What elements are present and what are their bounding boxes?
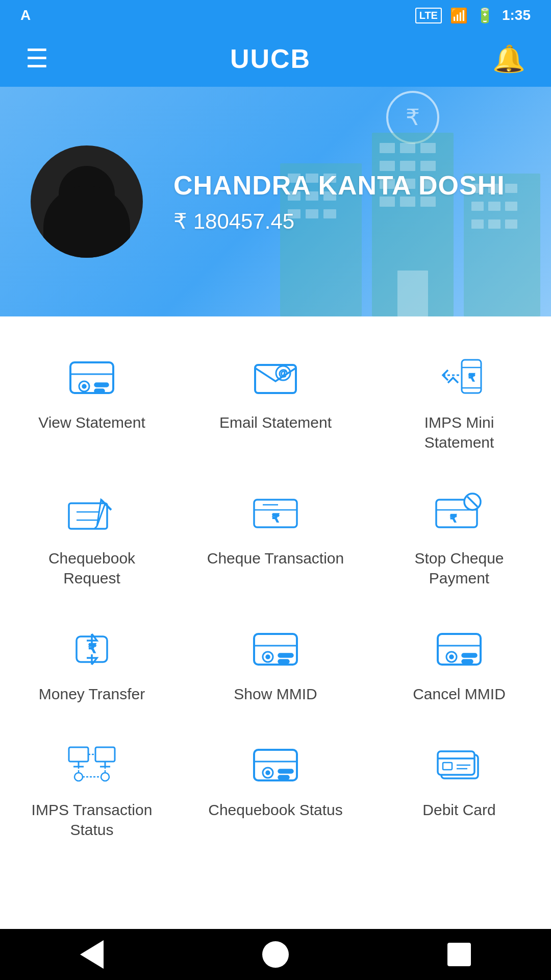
- recents-square-icon: [447, 943, 471, 966]
- stop-cheque-payment-label: Stop Cheque Payment: [388, 548, 531, 588]
- svg-rect-15: [397, 271, 428, 316]
- svg-rect-93: [254, 750, 297, 780]
- imps-mini-statement-label: IMPS Mini Statement: [388, 412, 531, 452]
- user-name: CHANDRA KANTA DOSHI: [173, 170, 505, 201]
- status-bar-left-indicator: A: [20, 7, 31, 23]
- svg-point-78: [449, 655, 454, 659]
- svg-text:₹: ₹: [406, 105, 420, 130]
- email-statement-button[interactable]: @ Email Statement: [184, 332, 367, 468]
- svg-rect-4: [400, 143, 415, 153]
- email-statement-icon: @: [245, 352, 306, 403]
- svg-text:₹: ₹: [272, 512, 280, 525]
- cheque-transaction-icon: ₹: [245, 488, 306, 539]
- view-statement-label: View Statement: [38, 412, 145, 432]
- chequebook-status-button[interactable]: Chequebook Status: [184, 719, 367, 855]
- svg-rect-41: [94, 389, 105, 393]
- svg-point-88: [74, 773, 83, 781]
- recents-button[interactable]: [439, 934, 480, 975]
- debit-card-label: Debit Card: [422, 800, 495, 820]
- cheque-transaction-label: Cheque Transaction: [207, 548, 344, 568]
- hamburger-menu-icon[interactable]: ☰: [26, 46, 48, 71]
- signal-icon: 📶: [450, 7, 468, 24]
- svg-rect-73: [278, 653, 293, 657]
- svg-point-72: [266, 655, 270, 659]
- svg-rect-35: [505, 219, 517, 229]
- show-mmid-button[interactable]: Show MMID: [184, 603, 367, 719]
- chequebook-request-button[interactable]: Chequebook Request: [0, 468, 184, 603]
- stop-cheque-payment-icon: ₹: [429, 488, 490, 539]
- lte-indicator: LTE: [415, 8, 442, 23]
- email-statement-label: Email Statement: [219, 412, 332, 432]
- money-transfer-icon: ₹: [61, 624, 122, 675]
- debit-card-button[interactable]: Debit Card: [367, 719, 551, 855]
- svg-text:₹: ₹: [450, 513, 457, 524]
- svg-point-89: [101, 773, 109, 781]
- svg-rect-40: [94, 383, 109, 387]
- svg-rect-75: [438, 634, 481, 665]
- chequebook-request-label: Chequebook Request: [20, 548, 163, 588]
- svg-rect-69: [254, 634, 297, 665]
- svg-rect-36: [70, 362, 113, 393]
- imps-mini-statement-button[interactable]: ₹ IMPS Mini Statement: [367, 332, 551, 468]
- imps-transaction-status-label: IMPS Transaction Status: [20, 800, 163, 840]
- back-button[interactable]: [71, 934, 112, 975]
- svg-text:@: @: [279, 368, 288, 378]
- cancel-mmid-label: Cancel MMID: [413, 684, 506, 704]
- cancel-mmid-icon: [429, 624, 490, 675]
- svg-point-96: [266, 771, 270, 775]
- app-title: UUCB: [230, 43, 311, 74]
- chequebook-status-icon: [245, 740, 306, 791]
- menu-grid: View Statement @ Email Statement: [0, 316, 551, 870]
- svg-rect-81: [69, 747, 88, 762]
- view-statement-icon: [61, 352, 122, 403]
- bottom-nav-bar: [0, 929, 551, 980]
- debit-card-icon: [429, 740, 490, 791]
- svg-rect-97: [278, 769, 293, 773]
- battery-icon: 🔋: [476, 7, 494, 24]
- show-mmid-icon: [245, 624, 306, 675]
- home-button[interactable]: [255, 934, 296, 975]
- chequebook-status-label: Chequebook Status: [208, 800, 343, 820]
- notification-bell-icon[interactable]: 🔔: [492, 43, 525, 75]
- svg-text:₹: ₹: [88, 642, 96, 655]
- svg-rect-74: [278, 659, 289, 664]
- chequebook-request-icon: [61, 488, 122, 539]
- svg-rect-98: [278, 775, 289, 779]
- svg-text:₹: ₹: [468, 372, 475, 383]
- account-balance: ₹ 180457.45: [173, 209, 505, 234]
- imps-mini-statement-icon: ₹: [429, 352, 490, 403]
- svg-point-39: [82, 384, 86, 388]
- svg-rect-80: [462, 659, 473, 664]
- view-statement-button[interactable]: View Statement: [0, 332, 184, 468]
- imps-transaction-status-icon: [61, 740, 122, 791]
- svg-rect-79: [462, 653, 477, 657]
- status-bar: A LTE 📶 🔋 1:35: [0, 0, 551, 31]
- show-mmid-label: Show MMID: [234, 684, 317, 704]
- avatar: [31, 145, 143, 258]
- svg-rect-5: [420, 143, 436, 153]
- money-transfer-label: Money Transfer: [39, 684, 145, 704]
- svg-rect-32: [505, 202, 517, 211]
- svg-rect-3: [380, 143, 395, 153]
- money-transfer-button[interactable]: ₹ Money Transfer: [0, 603, 184, 719]
- back-triangle-icon: [80, 940, 104, 969]
- cheque-transaction-button[interactable]: ₹ Cheque Transaction: [184, 468, 367, 603]
- cancel-mmid-button[interactable]: Cancel MMID: [367, 603, 551, 719]
- imps-transaction-status-button[interactable]: IMPS Transaction Status: [0, 719, 184, 855]
- hero-banner: ₹: [0, 87, 551, 316]
- time-display: 1:35: [502, 7, 531, 23]
- nav-bar: ☰ UUCB 🔔: [0, 31, 551, 87]
- svg-rect-84: [95, 747, 115, 762]
- stop-cheque-payment-button[interactable]: ₹ Stop Cheque Payment: [367, 468, 551, 603]
- home-circle-icon: [262, 941, 289, 968]
- hero-info: CHANDRA KANTA DOSHI ₹ 180457.45: [173, 170, 505, 234]
- svg-rect-29: [505, 184, 517, 193]
